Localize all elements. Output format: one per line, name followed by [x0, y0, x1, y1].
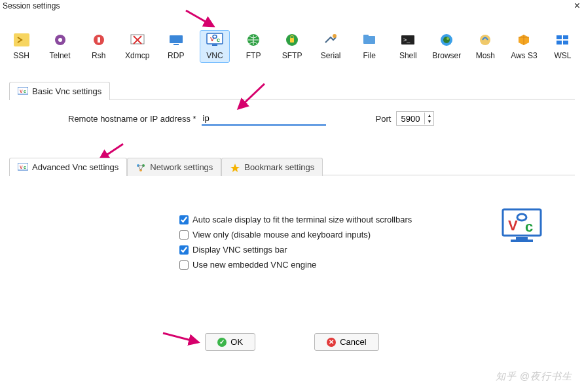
proto-sftp[interactable]: SFTP: [278, 30, 307, 63]
cross-icon: ✕: [327, 338, 336, 347]
proto-ssh[interactable]: SSH: [7, 30, 36, 63]
svg-text:c: c: [24, 89, 26, 94]
vnc-icon: Vc: [18, 87, 28, 96]
svg-rect-5: [98, 37, 100, 43]
svg-rect-16: [290, 38, 294, 43]
proto-file[interactable]: File: [355, 30, 384, 63]
basic-panel: Remote hostname or IP address * Port ▲▼: [9, 99, 575, 140]
tab-network-settings[interactable]: Network settings: [127, 158, 221, 176]
svg-text:c: c: [24, 165, 26, 169]
svg-text:V: V: [20, 165, 23, 169]
port-input[interactable]: ▲▼: [396, 111, 434, 126]
svg-rect-7: [170, 35, 183, 43]
proto-wsl[interactable]: WSL: [548, 30, 577, 63]
svg-text:>_: >_: [403, 37, 411, 43]
advanced-panel: Auto scale display to fit the terminal s…: [9, 175, 575, 312]
svg-rect-19: [363, 35, 369, 37]
svg-text:c: c: [217, 37, 220, 43]
svg-text:c: c: [525, 219, 533, 235]
host-label: Remote hostname or IP address *: [68, 114, 196, 124]
proto-telnet[interactable]: Telnet: [45, 30, 75, 63]
opt-viewonly[interactable]: View only (disable mouse and keyboard in…: [179, 230, 412, 240]
vnc-icon: Vc: [18, 163, 28, 172]
network-icon: [136, 163, 146, 172]
svg-text:V: V: [210, 36, 214, 43]
opt-newengine[interactable]: Use new embedded VNC engine: [179, 260, 412, 270]
star-icon: [230, 163, 240, 172]
proto-browser[interactable]: Browser: [432, 30, 462, 63]
opt-autoscale[interactable]: Auto scale display to fit the terminal s…: [179, 215, 412, 224]
proto-serial[interactable]: Serial: [316, 30, 346, 63]
svg-rect-28: [557, 41, 562, 45]
watermark: 知乎 @夜行书生: [496, 370, 572, 383]
ok-button[interactable]: ✓ OK: [205, 333, 255, 351]
svg-line-48: [163, 333, 198, 342]
proto-awss3[interactable]: Aws S3: [509, 30, 539, 63]
svg-marker-41: [230, 164, 240, 172]
svg-point-23: [443, 37, 450, 43]
proto-rsh[interactable]: Rsh: [84, 30, 113, 63]
proto-shell[interactable]: >_Shell: [393, 30, 423, 63]
svg-rect-29: [563, 41, 568, 45]
tab-basic-vnc[interactable]: Vc Basic Vnc settings: [9, 82, 110, 100]
svg-point-17: [333, 34, 337, 38]
host-input[interactable]: [202, 112, 326, 126]
check-icon: ✓: [217, 338, 227, 347]
svg-point-3: [58, 38, 62, 42]
svg-rect-43: [516, 237, 528, 240]
svg-point-25: [480, 35, 490, 45]
proto-ftp[interactable]: FTP: [239, 30, 268, 63]
proto-vnc[interactable]: VcVNC: [200, 30, 229, 63]
opt-settingsbar[interactable]: Display VNC settings bar: [179, 245, 412, 255]
svg-rect-8: [173, 44, 179, 45]
vnc-logo-icon: V c: [502, 208, 542, 245]
proto-mosh[interactable]: Mosh: [471, 30, 500, 63]
cancel-button[interactable]: ✕ Cancel: [314, 333, 378, 351]
protocol-toolbar: SSH Telnet Rsh Xdmcp RDP VcVNC FTP SFTP …: [0, 12, 584, 69]
proto-xdmcp[interactable]: Xdmcp: [122, 30, 152, 63]
svg-rect-13: [212, 45, 217, 46]
svg-rect-44: [511, 240, 533, 242]
close-icon[interactable]: ×: [574, 2, 580, 10]
svg-text:V: V: [20, 89, 23, 94]
window-title: Session settings: [3, 1, 60, 10]
svg-point-24: [447, 37, 449, 40]
svg-rect-27: [563, 35, 568, 39]
svg-rect-26: [557, 35, 562, 39]
port-up-icon[interactable]: ▲: [425, 113, 433, 118]
port-down-icon[interactable]: ▼: [425, 118, 433, 124]
tab-bookmark-settings[interactable]: Bookmark settings: [221, 158, 323, 176]
port-label: Port: [376, 114, 392, 124]
annotation-arrow: [160, 329, 206, 349]
proto-rdp[interactable]: RDP: [161, 30, 191, 63]
svg-text:V: V: [508, 217, 518, 234]
tab-advanced-vnc[interactable]: Vc Advanced Vnc settings: [9, 158, 127, 176]
